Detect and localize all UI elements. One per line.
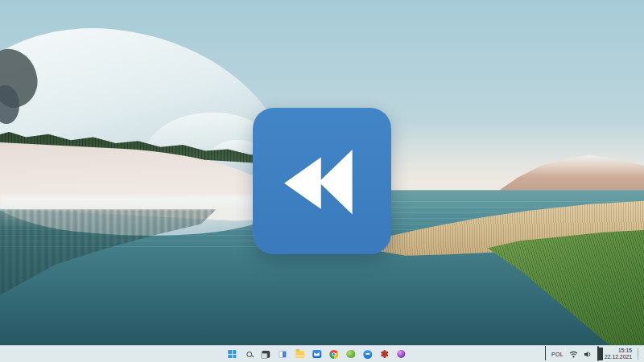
system-tray: POL 15:15 22.12.2021 [545,346,640,362]
search-icon [246,352,252,357]
desktop[interactable]: POL 15:15 22.12.2021 [0,0,644,362]
purple-app-button[interactable] [395,348,407,360]
mail-button[interactable] [311,348,322,360]
red-pinwheel-app-icon [380,350,388,358]
battery-button[interactable] [597,347,599,361]
clock-date: 22.12.2021 [605,354,632,360]
search-button[interactable] [243,348,254,360]
chevron-up-icon [545,346,546,360]
chrome-button[interactable] [328,348,339,360]
rewind-icon [268,124,376,238]
red-app-button[interactable] [378,348,390,360]
file-explorer-button[interactable] [294,348,305,360]
widgets-icon [279,351,287,358]
windows-logo-icon [228,350,236,358]
language-indicator[interactable]: POL [551,352,564,357]
blue-round-app-button[interactable] [361,348,373,360]
mail-icon [312,350,321,358]
task-view-icon [262,351,270,358]
chrome-icon [329,350,338,359]
battery-icon [597,346,599,361]
taskbar-pinned-icons [226,346,407,362]
hidden-icons-button[interactable] [545,347,546,361]
task-view-button[interactable] [260,348,271,360]
clock-time: 15:15 [605,348,632,354]
rewind-logo[interactable] [253,108,391,254]
show-desktop-button[interactable] [638,348,640,360]
taskbar: POL 15:15 22.12.2021 [0,345,644,362]
folder-icon [295,351,304,358]
wifi-button[interactable] [569,351,578,358]
wifi-icon [569,351,578,358]
purple-sphere-app-icon [397,350,405,358]
clock[interactable]: 15:15 22.12.2021 [605,348,632,360]
blue-round-app-icon [363,350,372,359]
widgets-button[interactable] [277,348,288,360]
start-button[interactable] [226,348,237,360]
green-app-button[interactable] [345,348,356,360]
green-app-icon [346,350,355,358]
volume-button[interactable] [584,351,592,358]
volume-icon [584,351,592,358]
